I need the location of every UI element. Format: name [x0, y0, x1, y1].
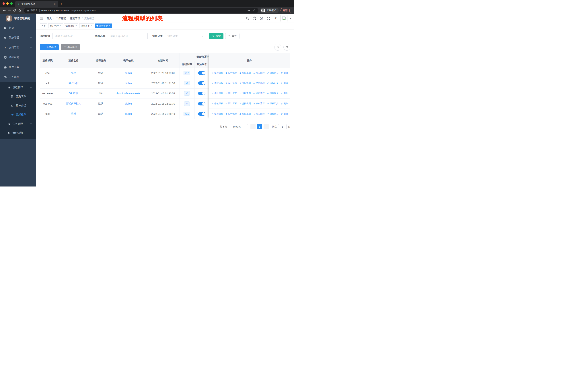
page-size-select[interactable]: 10条/页 — [230, 124, 248, 129]
action-assign-link[interactable]: 分配规则 — [239, 92, 251, 95]
action-assign-link[interactable]: 分配规则 — [239, 71, 251, 74]
action-design-link[interactable]: 设计流程 — [225, 112, 237, 115]
bookmark-star-icon[interactable] — [253, 9, 256, 12]
sidebar-item-process-management[interactable]: 流程管理 — [0, 83, 36, 92]
tag-my-process[interactable]: 我的流程× — [64, 23, 78, 28]
action-edit-link[interactable]: 修改流程 — [211, 102, 223, 105]
action-design-link[interactable]: 设计流程 — [225, 81, 237, 85]
back-icon[interactable] — [2, 8, 7, 13]
collapse-sidebar-icon[interactable] — [40, 16, 43, 20]
reset-button[interactable]: 重置 — [225, 33, 240, 39]
tag-tenant[interactable]: 租户管理× — [48, 23, 63, 28]
action-edit-link[interactable]: 修改流程 — [211, 112, 223, 115]
tab-close-icon[interactable]: × — [53, 2, 56, 6]
zoom-window-button[interactable] — [10, 2, 13, 5]
process-name-link[interactable]: 自己审批 — [68, 81, 79, 84]
caret-down-icon[interactable] — [289, 17, 292, 20]
active-toggle[interactable] — [198, 112, 205, 116]
address-bar[interactable]: 不安全 dashboard.yudao.iocoder.cn/bpm/manag… — [24, 8, 258, 13]
action-publish-link[interactable]: 发布流程 — [253, 112, 265, 115]
action-edit-link[interactable]: 修改流程 — [211, 81, 223, 85]
action-delete-link[interactable]: 删除 — [281, 71, 288, 74]
toggle-search-button[interactable] — [274, 44, 281, 51]
tag-process-form[interactable]: 流程表单× — [79, 23, 94, 28]
sidebar-item-payment[interactable]: ¥ 支付管理 — [0, 43, 36, 52]
form-info-link[interactable]: /bpm/oa/leave/create — [116, 92, 140, 95]
action-edit-link[interactable]: 修改流程 — [211, 71, 223, 74]
fullscreen-icon[interactable] — [265, 15, 271, 21]
form-info-link[interactable]: biubiu — [125, 82, 132, 85]
form-info-link[interactable]: biubiu — [125, 112, 132, 115]
breadcrumb-home[interactable]: 首页 — [47, 17, 52, 20]
font-size-icon[interactable]: TT — [272, 15, 278, 21]
minimize-window-button[interactable] — [6, 2, 9, 5]
create-process-button[interactable]: 新建流程 — [40, 44, 59, 50]
sidebar-item-leave-query[interactable]: 请假查询 — [0, 128, 36, 138]
breadcrumb-process-management[interactable]: 流程管理 — [70, 17, 80, 20]
close-icon[interactable]: × — [60, 25, 61, 27]
home-icon[interactable] — [17, 8, 22, 13]
current-page-button[interactable]: 1 — [257, 124, 262, 129]
search-button[interactable]: 搜索 — [209, 33, 223, 39]
close-icon[interactable]: × — [109, 25, 110, 27]
password-key-icon[interactable] — [247, 9, 250, 12]
not-secure-label[interactable]: 不安全 — [31, 9, 38, 12]
reload-icon[interactable] — [12, 8, 17, 13]
action-design-link[interactable]: 设计流程 — [225, 92, 237, 95]
help-icon[interactable]: ? — [258, 15, 264, 21]
action-publish-link[interactable]: 发布流程 — [253, 102, 265, 105]
action-delete-link[interactable]: 删除 — [281, 112, 288, 115]
process-name-link[interactable]: eeee — [71, 71, 76, 74]
sidebar-item-process-model[interactable]: 流程模型 — [0, 110, 36, 119]
version-badge[interactable]: v2 — [184, 81, 190, 85]
github-icon[interactable] — [251, 15, 257, 21]
tag-process-model-active[interactable]: 流程模型× — [95, 23, 112, 28]
process-name-link[interactable]: 测试多审批人 — [66, 102, 81, 105]
close-icon[interactable]: × — [91, 25, 92, 27]
sidebar-item-process-form[interactable]: 流程表单 — [0, 92, 36, 101]
avatar[interactable] — [281, 15, 287, 22]
action-assign-link[interactable]: 分配规则 — [239, 81, 251, 85]
action-definition-link[interactable]: 流程定义 — [267, 102, 279, 105]
process-category-select[interactable]: 流程分类 — [165, 33, 206, 39]
sidebar-item-system[interactable]: 系统管理 — [0, 33, 36, 43]
action-delete-link[interactable]: 删除 — [281, 81, 288, 85]
next-page-button[interactable] — [263, 124, 269, 129]
action-delete-link[interactable]: 删除 — [281, 92, 288, 95]
goto-page-input[interactable] — [278, 124, 286, 129]
process-name-link[interactable]: OA 请假 — [69, 92, 78, 95]
version-badge[interactable]: v17 — [184, 71, 190, 75]
prev-page-button[interactable] — [251, 124, 256, 129]
sidebar-item-task-management[interactable]: 任务管理 — [0, 119, 36, 128]
sidebar-item-home[interactable]: 首页 — [0, 23, 36, 33]
close-icon[interactable]: × — [75, 25, 77, 27]
form-info-link[interactable]: biubiu — [125, 71, 132, 74]
active-toggle[interactable] — [198, 92, 205, 95]
search-icon[interactable] — [244, 15, 251, 21]
version-badge[interactable]: v4 — [184, 101, 190, 106]
active-toggle[interactable] — [198, 71, 205, 75]
action-delete-link[interactable]: 删除 — [281, 102, 288, 105]
action-publish-link[interactable]: 发布流程 — [253, 81, 265, 85]
active-toggle[interactable] — [198, 102, 205, 105]
process-name-link[interactable]: 滔博 — [71, 112, 76, 115]
app-logo[interactable]: 芋道管理系统 — [0, 14, 36, 23]
browser-tab[interactable]: 芋道管理系统 × — [15, 1, 58, 7]
sidebar-item-workflow[interactable]: 工作流程 — [0, 72, 36, 82]
action-definition-link[interactable]: 流程定义 — [267, 71, 279, 74]
action-assign-link[interactable]: 分配规则 — [239, 102, 251, 105]
action-definition-link[interactable]: 流程定义 — [267, 81, 279, 85]
sidebar-item-infra[interactable]: 基础设施 — [0, 52, 36, 62]
action-definition-link[interactable]: 流程定义 — [267, 92, 279, 95]
close-window-button[interactable] — [2, 2, 5, 5]
version-badge[interactable]: v21 — [184, 112, 190, 116]
url-text[interactable]: dashboard.yudao.iocoder.cn/bpm/manager/m… — [41, 9, 95, 12]
form-info-link[interactable]: biubiu — [125, 102, 132, 105]
action-edit-link[interactable]: 修改流程 — [211, 92, 223, 95]
action-publish-link[interactable]: 发布流程 — [253, 92, 265, 95]
breadcrumb-workflow[interactable]: 工作流程 — [56, 17, 66, 20]
action-definition-link[interactable]: 流程定义 — [267, 112, 279, 115]
sidebar-item-devtools[interactable]: 研发工具 — [0, 62, 36, 72]
browser-menu-icon[interactable] — [289, 9, 290, 12]
forward-icon[interactable] — [7, 8, 12, 13]
